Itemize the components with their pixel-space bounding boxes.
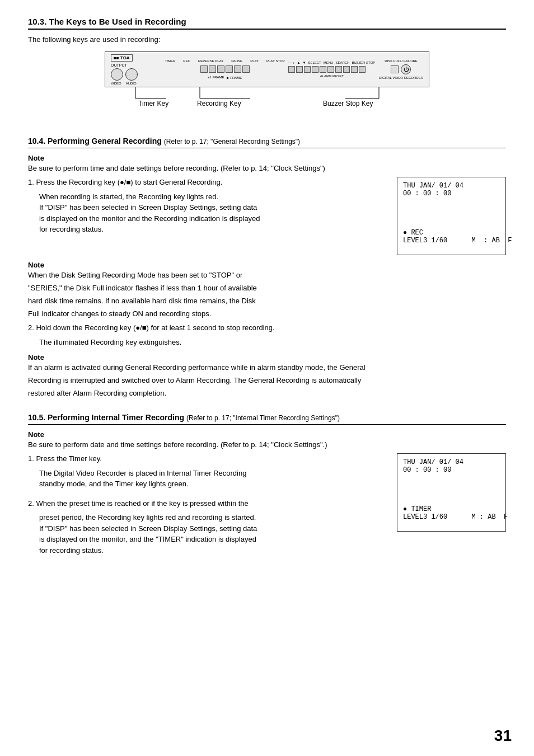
- step1-text-col: 1. Press the Recording key (●/■) to star…: [28, 177, 386, 235]
- section-10-3-intro: The following keys are used in recording…: [28, 35, 506, 44]
- device-image: ■■ TOA OUTPUT VIDEOAUDIO TIMERRECREVERSE…: [105, 51, 429, 87]
- step1-10-5: 1. Press the Timer key.: [28, 453, 386, 464]
- note2-text: When the Disk Setting Recording Mode has…: [28, 271, 506, 318]
- step1-area-10-5: 1. Press the Timer key. The Digital Vide…: [28, 453, 506, 556]
- section-10-3: 10.3. The Keys to Be Used in Recording T…: [28, 17, 506, 121]
- monitor1-display: THU JAN/ 01/ 04 00 : 00 : 00 ● REC LEVEL…: [397, 177, 506, 255]
- timer-key-label: Timer Key: [138, 100, 168, 107]
- step1-indent-10-5: The Digital Video Recorder is placed in …: [28, 468, 386, 490]
- section-10-4: 10.4. Performing General Recording (Refe…: [28, 137, 506, 397]
- device-right-controls: — +▲▼SELECTMENUSEARCHBUZZER STOP: [288, 61, 375, 78]
- monitor1-display-10-5: THU JAN/ 01/ 04 00 : 00 : 00 ● TIMER LEV…: [397, 453, 506, 532]
- page-number: 31: [494, 727, 512, 745]
- device-diagram: ■■ TOA OUTPUT VIDEOAUDIO TIMERRECREVERSE…: [28, 51, 506, 121]
- step2: 2. Hold down the Recording key (●/■) for…: [28, 322, 506, 334]
- step1-area: 1. Press the Recording key (●/■) to star…: [28, 177, 506, 255]
- step1-text-col-10-5: 1. Press the Timer key. The Digital Vide…: [28, 453, 386, 556]
- monitor1-col-10-5: THU JAN/ 01/ 04 00 : 00 : 00 ● TIMER LEV…: [397, 453, 506, 532]
- step1-indented: When recording is started, the Recording…: [28, 191, 386, 235]
- monitor1-col: THU JAN/ 01/ 04 00 : 00 : 00 ● REC LEVEL…: [397, 177, 506, 255]
- recording-key-label: Recording Key: [197, 100, 241, 107]
- step2-indent-10-5: preset period, the Recording key lights …: [28, 512, 386, 556]
- section-10-5-heading: 10.5. Performing Internal Timer Recordin…: [28, 413, 506, 425]
- step1: 1. Press the Recording key (●/■) to star…: [28, 177, 386, 188]
- note3-text: If an alarm is activated during General …: [28, 363, 506, 397]
- note3-label: Note: [28, 353, 506, 361]
- diagram-bracket-labels: Timer Key Recording Key Buzzer Stop Key: [105, 87, 429, 121]
- step2-indent: The illuminated Recording key extinguish…: [28, 337, 506, 348]
- note2-label: Note: [28, 261, 506, 269]
- note1-text: Be sure to perform time and date setting…: [28, 164, 506, 172]
- section-10-5: 10.5. Performing Internal Timer Recordin…: [28, 413, 506, 556]
- section-10-4-heading: 10.4. Performing General Recording (Refe…: [28, 137, 506, 148]
- note1-label-10-5: Note: [28, 430, 506, 439]
- section-10-3-heading: 10.3. The Keys to Be Used in Recording: [28, 17, 506, 30]
- step2-10-5: 2. When the preset time is reached or if…: [28, 498, 386, 509]
- buzzer-stop-key-label: Buzzer Stop Key: [323, 100, 373, 107]
- note1-label: Note: [28, 154, 506, 162]
- device-far-right: DISK FULL/ FAILURE ⏻ DIGITAL VIDEO RECOR…: [379, 59, 423, 79]
- note1-text-10-5: Be sure to perform date and time setting…: [28, 440, 506, 449]
- device-mid-controls: TIMERRECREVERSE PLAYPAUSEPLAYPLAY STOP +…: [165, 59, 285, 79]
